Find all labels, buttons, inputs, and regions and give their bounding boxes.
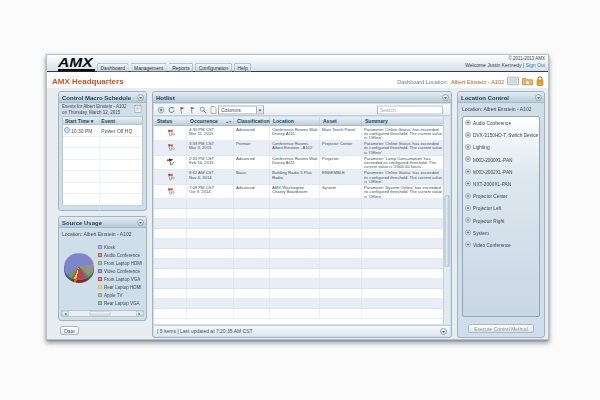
expand-plus-icon[interactable] bbox=[465, 132, 471, 139]
legend-item: Audio Conference bbox=[98, 251, 142, 259]
tab-dashboard[interactable]: Dashboard bbox=[97, 63, 128, 72]
dashboard-location-value[interactable]: Albert Einstein - A102 bbox=[451, 79, 504, 85]
device-item[interactable]: MXD-2000XL-PAN bbox=[463, 154, 539, 166]
tab-reports[interactable]: Reports bbox=[169, 63, 194, 72]
settings-icon[interactable] bbox=[157, 106, 165, 114]
device-label: Projector Right bbox=[473, 218, 504, 224]
hotlist-row[interactable]: 2:20 PM CSTFeb 16, 2015AdvancedConferenc… bbox=[154, 155, 445, 170]
expand-plus-icon[interactable] bbox=[465, 156, 471, 163]
sign-out-link[interactable]: Sign Out bbox=[526, 63, 545, 69]
hotlist-empty-row bbox=[154, 199, 445, 209]
device-label: MXD-2002XL-PAN bbox=[473, 169, 513, 175]
hotlist-col-classification[interactable]: Classification bbox=[234, 117, 270, 125]
schedule-empty-row bbox=[63, 137, 142, 149]
legend-item: Front Laptop VGA bbox=[98, 275, 142, 283]
source-usage-panel-title: Source Usage bbox=[59, 217, 146, 228]
folder-icon[interactable] bbox=[522, 77, 533, 88]
black-flag-check-icon bbox=[165, 157, 175, 167]
tab-configuration[interactable]: Configuration bbox=[195, 63, 232, 72]
page-icon[interactable] bbox=[210, 106, 218, 114]
hotlist-vscrollbar[interactable] bbox=[443, 117, 450, 324]
expand-plus-icon[interactable] bbox=[465, 193, 471, 200]
legend-swatch bbox=[98, 269, 102, 273]
expand-plus-icon[interactable] bbox=[465, 229, 471, 236]
device-item[interactable]: Projector Right bbox=[463, 215, 539, 227]
expand-plus-icon[interactable] bbox=[465, 168, 471, 175]
schedule-empty-row bbox=[63, 183, 142, 195]
hotlist-col-occurrence[interactable]: Occurrence▲▼ bbox=[187, 117, 234, 125]
hotlist-panel-title: Hotlist bbox=[153, 92, 451, 103]
hotlist-empty-row bbox=[154, 289, 445, 299]
red-flags-icon bbox=[165, 172, 175, 182]
schedule-col-start-time[interactable]: Start Time ▾ bbox=[63, 117, 99, 124]
hotlist-row[interactable]: 4:30 PM CSTMar 11, 2015AdvancedConferenc… bbox=[154, 126, 445, 141]
lock-icon[interactable] bbox=[536, 76, 544, 88]
device-item[interactable]: Projector Left bbox=[463, 202, 539, 214]
device-item[interactable]: Projector Center bbox=[463, 190, 539, 202]
scroll-right-arrow[interactable] bbox=[136, 311, 143, 316]
location-control-panel-title: Location Control bbox=[458, 92, 544, 103]
refresh-toolbar-icon[interactable] bbox=[168, 106, 176, 114]
schedule-col-event[interactable]: Event bbox=[99, 117, 142, 124]
hotlist-row[interactable]: 3:39 PM CSTMar 3, 2015PremierConference … bbox=[154, 141, 445, 156]
device-item[interactable]: System bbox=[463, 227, 539, 239]
columns-dropdown[interactable]: Columns bbox=[218, 106, 264, 115]
scroll-thumb[interactable] bbox=[90, 311, 111, 316]
device-label: DVX-3150HD-T, Switch Device bbox=[473, 133, 538, 139]
execute-control-method-button[interactable]: Execute Control Method bbox=[468, 324, 534, 333]
schedule-collapse-button[interactable] bbox=[137, 94, 144, 101]
expand-plus-icon[interactable] bbox=[465, 217, 471, 224]
hotlist-row[interactable]: 8:42 AM CSTNov 4, 2014BasicBuilding Radi… bbox=[154, 170, 445, 185]
schedule-event: Power Off HQ bbox=[99, 128, 142, 134]
device-label: Audio Conference bbox=[473, 120, 511, 126]
monitor-icon[interactable] bbox=[507, 77, 519, 88]
magnifier-icon[interactable] bbox=[199, 106, 207, 114]
hotlist-empty-row bbox=[154, 279, 445, 289]
search-input[interactable] bbox=[377, 106, 443, 115]
legend-swatch bbox=[98, 293, 102, 297]
hotlist-col-location[interactable]: Location bbox=[270, 117, 320, 125]
location-control-collapse-button[interactable] bbox=[535, 94, 542, 101]
device-item[interactable]: NXT-2000XL-PAN bbox=[463, 178, 539, 190]
flag-red-icon[interactable] bbox=[178, 106, 186, 114]
schedule-row[interactable]: 10:30 PMPower Off HQ bbox=[63, 125, 142, 137]
expand-plus-icon[interactable] bbox=[465, 242, 471, 249]
expand-plus-icon[interactable] bbox=[465, 181, 471, 188]
app-window: AMX DashboardManagementReportsConfigurat… bbox=[46, 54, 549, 340]
refresh-icon[interactable] bbox=[440, 328, 447, 335]
device-item[interactable]: MXD-2002XL-PAN bbox=[463, 166, 539, 178]
hotlist-scroll-thumb[interactable] bbox=[445, 195, 450, 267]
scroll-left-arrow[interactable] bbox=[62, 311, 69, 316]
tab-management[interactable]: Management bbox=[130, 63, 166, 72]
hotlist-collapse-button[interactable] bbox=[442, 94, 449, 101]
hotlist-row[interactable]: 7:08 PM CSTOct 9, 2014AdvancedAMX Washin… bbox=[154, 185, 445, 200]
flag-green-icon[interactable] bbox=[189, 106, 197, 114]
hotlist-location: AMX Washington Charity Boardroom bbox=[270, 185, 320, 199]
welcome-text: Welcome Justin Kennedy | Sign Out bbox=[465, 63, 545, 69]
hotlist-col-status[interactable]: Status bbox=[154, 117, 187, 125]
hotlist-occurrence: 8:42 AM CSTNov 4, 2014 bbox=[187, 170, 234, 184]
device-item[interactable]: Audio Conference bbox=[463, 117, 539, 129]
hotlist-col-asset[interactable]: Asset bbox=[320, 117, 362, 125]
hotlist-location: Conference Rooms Walt Disney A111 bbox=[270, 155, 320, 169]
device-item[interactable]: Lighting bbox=[463, 141, 539, 153]
hotlist-col-summary[interactable]: Summary bbox=[362, 117, 445, 125]
legend-swatch bbox=[98, 277, 102, 281]
hotlist-classification: Premier bbox=[234, 141, 270, 155]
expand-plus-icon[interactable] bbox=[465, 205, 471, 212]
schedule-panel-title: Control Macro Schedule bbox=[59, 92, 146, 103]
device-item[interactable]: Video Conference bbox=[463, 239, 539, 251]
hotlist-summary: Parameter 'Online Status' has exceeded i… bbox=[362, 126, 445, 140]
source-usage-hscrollbar[interactable] bbox=[61, 310, 144, 317]
report-icon[interactable] bbox=[134, 105, 142, 115]
hotlist-summary: Parameter 'Online Status' has exceeded i… bbox=[362, 170, 445, 184]
dashboard-content: Control Macro Schedule Events for Albert… bbox=[47, 88, 548, 339]
dropdown-arrow-icon[interactable] bbox=[256, 107, 263, 114]
source-usage-collapse-button[interactable] bbox=[137, 219, 144, 226]
date-button[interactable]: Date bbox=[60, 326, 79, 335]
device-item[interactable]: DVX-3150HD-T, Switch Device bbox=[463, 129, 539, 141]
tab-help[interactable]: Help bbox=[234, 63, 251, 72]
expand-plus-icon[interactable] bbox=[465, 144, 471, 151]
device-label: MXD-2000XL-PAN bbox=[473, 157, 513, 163]
expand-plus-icon[interactable] bbox=[465, 120, 471, 127]
